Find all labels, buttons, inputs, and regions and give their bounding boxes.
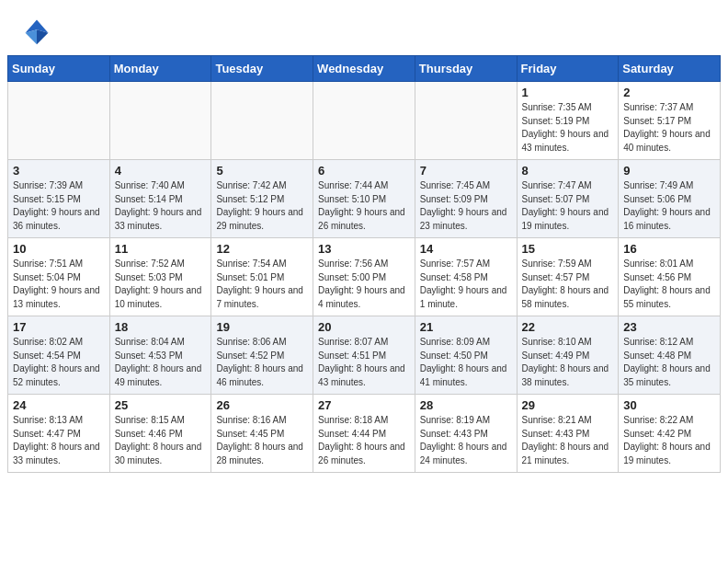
calendar-cell: 15Sunrise: 7:59 AM Sunset: 4:57 PM Dayli…: [517, 238, 619, 316]
day-info: Sunrise: 8:16 AM Sunset: 4:45 PM Dayligh…: [216, 414, 308, 467]
day-info: Sunrise: 7:47 AM Sunset: 5:07 PM Dayligh…: [522, 179, 614, 233]
weekday-header: Tuesday: [211, 56, 313, 82]
calendar-cell: 1Sunrise: 7:35 AM Sunset: 5:19 PM Daylig…: [517, 82, 619, 160]
calendar-cell: 13Sunrise: 7:56 AM Sunset: 5:00 PM Dayli…: [313, 238, 415, 316]
calendar-cell: 3Sunrise: 7:39 AM Sunset: 5:15 PM Daylig…: [8, 160, 110, 238]
weekday-header: Sunday: [8, 56, 110, 82]
calendar-week-row: 10Sunrise: 7:51 AM Sunset: 5:04 PM Dayli…: [8, 238, 721, 316]
day-number: 19: [216, 320, 308, 334]
day-number: 16: [623, 242, 715, 256]
day-number: 22: [522, 320, 614, 334]
day-number: 7: [420, 164, 512, 178]
calendar-cell: [8, 82, 110, 160]
day-info: Sunrise: 7:44 AM Sunset: 5:10 PM Dayligh…: [318, 179, 410, 233]
day-info: Sunrise: 8:07 AM Sunset: 4:51 PM Dayligh…: [318, 336, 410, 389]
calendar-cell: 20Sunrise: 8:07 AM Sunset: 4:51 PM Dayli…: [313, 316, 415, 395]
calendar-cell: 8Sunrise: 7:47 AM Sunset: 5:07 PM Daylig…: [517, 160, 619, 238]
day-info: Sunrise: 8:22 AM Sunset: 4:42 PM Dayligh…: [623, 414, 715, 467]
page-header: [0, 0, 728, 55]
day-info: Sunrise: 8:04 AM Sunset: 4:53 PM Dayligh…: [115, 336, 207, 389]
day-number: 1: [522, 86, 614, 99]
day-info: Sunrise: 7:57 AM Sunset: 4:58 PM Dayligh…: [420, 258, 512, 311]
day-info: Sunrise: 7:45 AM Sunset: 5:09 PM Dayligh…: [420, 179, 512, 233]
day-number: 9: [623, 164, 715, 178]
day-number: 6: [318, 164, 410, 178]
day-info: Sunrise: 8:10 AM Sunset: 4:49 PM Dayligh…: [522, 336, 614, 389]
day-number: 10: [13, 242, 105, 256]
day-info: Sunrise: 8:06 AM Sunset: 4:52 PM Dayligh…: [216, 336, 308, 389]
day-info: Sunrise: 8:19 AM Sunset: 4:43 PM Dayligh…: [420, 414, 512, 467]
day-info: Sunrise: 8:09 AM Sunset: 4:50 PM Dayligh…: [420, 336, 512, 389]
day-number: 23: [623, 320, 715, 334]
day-number: 21: [420, 320, 512, 334]
calendar-cell: 7Sunrise: 7:45 AM Sunset: 5:09 PM Daylig…: [415, 160, 517, 238]
day-info: Sunrise: 7:56 AM Sunset: 5:00 PM Dayligh…: [318, 258, 410, 311]
calendar-cell: 9Sunrise: 7:49 AM Sunset: 5:06 PM Daylig…: [619, 160, 721, 238]
day-number: 29: [522, 398, 614, 412]
calendar-cell: 18Sunrise: 8:04 AM Sunset: 4:53 PM Dayli…: [109, 316, 211, 395]
calendar-cell: [313, 82, 415, 160]
day-number: 26: [216, 398, 308, 412]
day-number: 2: [623, 86, 715, 99]
logo-icon: [22, 17, 51, 46]
day-number: 28: [420, 398, 512, 412]
calendar-cell: 6Sunrise: 7:44 AM Sunset: 5:10 PM Daylig…: [313, 160, 415, 238]
day-info: Sunrise: 8:15 AM Sunset: 4:46 PM Dayligh…: [115, 414, 207, 467]
day-number: 3: [13, 164, 105, 178]
calendar-cell: 21Sunrise: 8:09 AM Sunset: 4:50 PM Dayli…: [415, 316, 517, 395]
calendar-cell: 27Sunrise: 8:18 AM Sunset: 4:44 PM Dayli…: [313, 395, 415, 473]
day-info: Sunrise: 7:42 AM Sunset: 5:12 PM Dayligh…: [216, 179, 308, 233]
day-number: 11: [115, 242, 207, 256]
day-info: Sunrise: 8:13 AM Sunset: 4:47 PM Dayligh…: [13, 414, 105, 467]
day-number: 8: [522, 164, 614, 178]
calendar-cell: 12Sunrise: 7:54 AM Sunset: 5:01 PM Dayli…: [211, 238, 313, 316]
day-number: 13: [318, 242, 410, 256]
day-info: Sunrise: 7:37 AM Sunset: 5:17 PM Dayligh…: [623, 101, 715, 155]
calendar-cell: 26Sunrise: 8:16 AM Sunset: 4:45 PM Dayli…: [211, 395, 313, 473]
calendar-header: SundayMondayTuesdayWednesdayThursdayFrid…: [8, 56, 721, 82]
day-number: 20: [318, 320, 410, 334]
calendar-cell: 16Sunrise: 8:01 AM Sunset: 4:56 PM Dayli…: [619, 238, 721, 316]
day-info: Sunrise: 7:59 AM Sunset: 4:57 PM Dayligh…: [522, 258, 614, 311]
day-info: Sunrise: 8:21 AM Sunset: 4:43 PM Dayligh…: [522, 414, 614, 467]
calendar-cell: 17Sunrise: 8:02 AM Sunset: 4:54 PM Dayli…: [8, 316, 110, 395]
day-number: 30: [623, 398, 715, 412]
calendar-table: SundayMondayTuesdayWednesdayThursdayFrid…: [7, 55, 721, 473]
day-number: 25: [115, 398, 207, 412]
calendar-cell: [109, 82, 211, 160]
day-number: 4: [115, 164, 207, 178]
calendar-week-row: 24Sunrise: 8:13 AM Sunset: 4:47 PM Dayli…: [8, 395, 721, 473]
calendar-container: SundayMondayTuesdayWednesdayThursdayFrid…: [0, 55, 728, 480]
day-info: Sunrise: 7:40 AM Sunset: 5:14 PM Dayligh…: [115, 179, 207, 233]
day-number: 15: [522, 242, 614, 256]
calendar-cell: 25Sunrise: 8:15 AM Sunset: 4:46 PM Dayli…: [109, 395, 211, 473]
calendar-week-row: 17Sunrise: 8:02 AM Sunset: 4:54 PM Dayli…: [8, 316, 721, 395]
calendar-cell: 14Sunrise: 7:57 AM Sunset: 4:58 PM Dayli…: [415, 238, 517, 316]
calendar-cell: 2Sunrise: 7:37 AM Sunset: 5:17 PM Daylig…: [619, 82, 721, 160]
weekday-row: SundayMondayTuesdayWednesdayThursdayFrid…: [8, 56, 721, 82]
day-number: 27: [318, 398, 410, 412]
calendar-cell: [211, 82, 313, 160]
day-number: 12: [216, 242, 308, 256]
day-info: Sunrise: 7:54 AM Sunset: 5:01 PM Dayligh…: [216, 258, 308, 311]
calendar-cell: 10Sunrise: 7:51 AM Sunset: 5:04 PM Dayli…: [8, 238, 110, 316]
calendar-cell: 24Sunrise: 8:13 AM Sunset: 4:47 PM Dayli…: [8, 395, 110, 473]
calendar-cell: 29Sunrise: 8:21 AM Sunset: 4:43 PM Dayli…: [517, 395, 619, 473]
day-number: 24: [13, 398, 105, 412]
calendar-cell: 11Sunrise: 7:52 AM Sunset: 5:03 PM Dayli…: [109, 238, 211, 316]
weekday-header: Monday: [109, 56, 211, 82]
day-info: Sunrise: 7:49 AM Sunset: 5:06 PM Dayligh…: [623, 179, 715, 233]
calendar-cell: 30Sunrise: 8:22 AM Sunset: 4:42 PM Dayli…: [619, 395, 721, 473]
calendar-body: 1Sunrise: 7:35 AM Sunset: 5:19 PM Daylig…: [8, 82, 721, 473]
day-info: Sunrise: 8:18 AM Sunset: 4:44 PM Dayligh…: [318, 414, 410, 467]
weekday-header: Thursday: [415, 56, 517, 82]
calendar-week-row: 3Sunrise: 7:39 AM Sunset: 5:15 PM Daylig…: [8, 160, 721, 238]
day-info: Sunrise: 7:35 AM Sunset: 5:19 PM Dayligh…: [522, 101, 614, 155]
calendar-cell: 4Sunrise: 7:40 AM Sunset: 5:14 PM Daylig…: [109, 160, 211, 238]
day-number: 17: [13, 320, 105, 334]
day-info: Sunrise: 7:52 AM Sunset: 5:03 PM Dayligh…: [115, 258, 207, 311]
weekday-header: Friday: [517, 56, 619, 82]
logo: [22, 17, 57, 46]
calendar-cell: 23Sunrise: 8:12 AM Sunset: 4:48 PM Dayli…: [619, 316, 721, 395]
calendar-cell: 28Sunrise: 8:19 AM Sunset: 4:43 PM Dayli…: [415, 395, 517, 473]
